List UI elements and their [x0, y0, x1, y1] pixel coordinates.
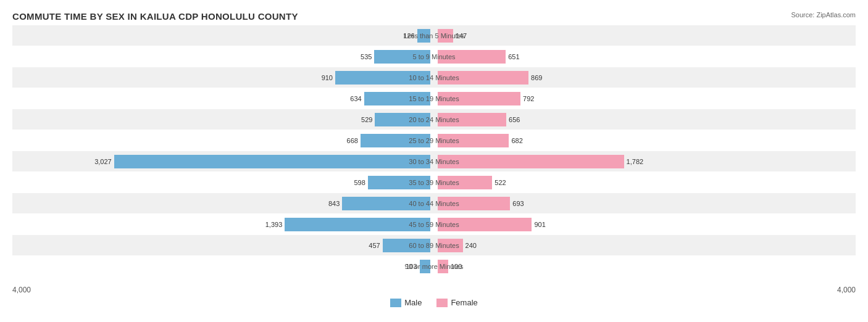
legend-label-male: Male: [404, 298, 422, 307]
female-value: 100: [451, 263, 472, 270]
legend: Male Female: [12, 298, 856, 307]
left-section: 598: [12, 172, 434, 192]
legend-item-male: Male: [390, 298, 422, 307]
chart-row: 457 60 to 89 Minutes 240: [12, 235, 856, 255]
right-section: 147: [434, 25, 856, 46]
female-value: 651: [508, 53, 530, 60]
male-value: 668: [336, 137, 358, 144]
chart-row: 668 25 to 29 Minutes 682: [12, 130, 856, 151]
male-value: 535: [350, 53, 372, 60]
right-section: 792: [434, 88, 856, 109]
female-value: 682: [511, 137, 533, 144]
male-bar: [335, 71, 430, 85]
male-value: 103: [396, 263, 417, 270]
legend-box-male: [390, 299, 401, 307]
female-bar: [438, 71, 528, 85]
right-section: 651: [434, 46, 856, 67]
right-section: 656: [434, 109, 856, 130]
right-section: 522: [434, 172, 856, 192]
male-value: 843: [318, 200, 340, 207]
chart-row: 103 90 or more Minutes 100: [12, 256, 856, 276]
male-value: 598: [344, 179, 365, 186]
left-section: 103: [12, 256, 434, 276]
left-section: 634: [12, 88, 434, 109]
chart-row: 535 5 to 9 Minutes 651: [12, 46, 856, 67]
axis-label-right: 4,000: [837, 286, 856, 294]
axis-label-left: 4,000: [12, 286, 31, 294]
female-value: 147: [456, 32, 477, 39]
chart-row: 598 35 to 39 Minutes 522: [12, 172, 856, 192]
male-value: 529: [351, 116, 372, 123]
male-value: 126: [393, 32, 415, 39]
left-section: 910: [12, 67, 434, 88]
male-bar: [342, 197, 430, 210]
female-value: 656: [509, 116, 530, 123]
female-bar: [438, 50, 506, 64]
female-bar: [438, 260, 448, 273]
male-bar: [361, 134, 430, 147]
female-bar: [438, 197, 510, 210]
legend-box-female: [436, 299, 448, 307]
chart-row: 634 15 to 19 Minutes 792: [12, 88, 856, 109]
male-bar: [374, 50, 430, 64]
right-section: 693: [434, 193, 856, 213]
chart-row: 1,393 45 to 59 Minutes 901: [12, 214, 856, 234]
left-section: 3,027: [12, 151, 434, 171]
left-section: 126: [12, 25, 434, 46]
male-bar: [285, 218, 430, 231]
left-section: 668: [12, 130, 434, 151]
female-bar: [438, 176, 492, 189]
chart-row: 3,027 30 to 34 Minutes 1,782: [12, 151, 856, 171]
female-bar: [438, 134, 509, 147]
female-value: 901: [534, 221, 556, 228]
female-value: 792: [523, 95, 545, 102]
left-section: 457: [12, 235, 434, 255]
chart-row: 529 20 to 24 Minutes 656: [12, 109, 856, 130]
right-section: 240: [434, 235, 856, 255]
left-section: 843: [12, 193, 434, 213]
male-bar: [368, 176, 430, 189]
right-section: 100: [434, 256, 856, 276]
female-bar: [438, 29, 453, 43]
male-bar: [383, 239, 430, 252]
chart-row: 843 40 to 44 Minutes 693: [12, 193, 856, 213]
female-value: 869: [531, 74, 553, 81]
right-section: 901: [434, 214, 856, 234]
female-bar: [438, 218, 532, 231]
axis-labels: 4,000 4,000: [12, 286, 856, 294]
chart-title: COMMUTE TIME BY SEX IN KAILUA CDP HONOLU…: [12, 11, 856, 22]
male-value: 910: [311, 74, 333, 81]
source-text: Source: ZipAtlas.com: [791, 11, 856, 19]
female-bar: [438, 92, 520, 105]
female-value: 693: [512, 200, 534, 207]
male-bar: [417, 29, 430, 43]
chart-row: 910 10 to 14 Minutes 869: [12, 67, 856, 88]
chart-area: 126 Less than 5 Minutes 147 535 5 to 9 M…: [12, 25, 856, 284]
left-section: 535: [12, 46, 434, 67]
male-bar: [375, 113, 430, 126]
right-section: 682: [434, 130, 856, 151]
female-value: 522: [495, 179, 516, 186]
legend-item-female: Female: [436, 298, 477, 307]
female-bar: [438, 239, 463, 252]
left-section: 1,393: [12, 214, 434, 234]
female-value: 240: [465, 242, 487, 249]
male-value: 457: [359, 242, 380, 249]
right-section: 869: [434, 67, 856, 88]
male-bar: [420, 260, 430, 273]
male-value: 3,027: [90, 158, 112, 165]
female-bar: [438, 113, 506, 126]
female-value: 1,782: [627, 158, 648, 165]
legend-label-female: Female: [451, 298, 477, 307]
right-section: 1,782: [434, 151, 856, 171]
female-bar: [438, 155, 624, 168]
male-bar: [364, 92, 430, 105]
male-bar: [114, 155, 430, 168]
male-value: 1,393: [261, 221, 282, 228]
chart-row: 126 Less than 5 Minutes 147: [12, 25, 856, 46]
chart-container: COMMUTE TIME BY SEX IN KAILUA CDP HONOLU…: [0, 0, 868, 322]
left-section: 529: [12, 109, 434, 130]
male-value: 634: [340, 95, 362, 102]
